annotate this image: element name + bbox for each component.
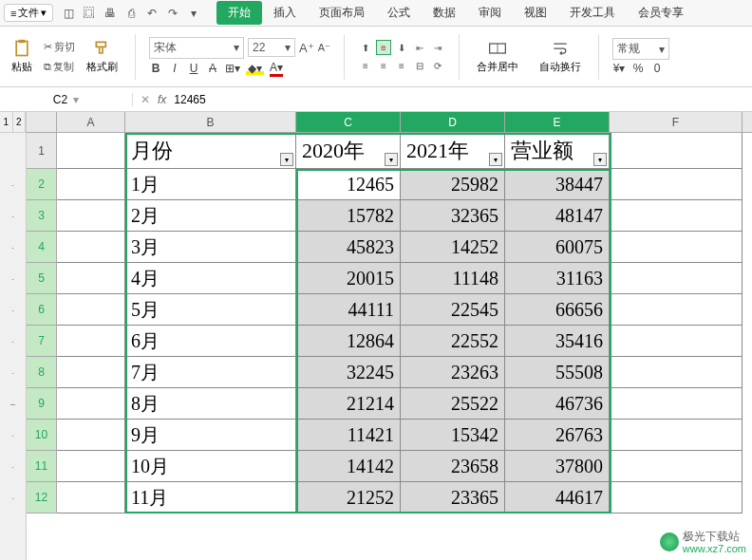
cell-2021[interactable]: 11148 — [401, 263, 505, 294]
cell[interactable] — [610, 133, 743, 169]
cell-2021[interactable]: 15342 — [401, 420, 505, 451]
cell-2020[interactable]: 20015 — [296, 263, 401, 294]
cell-2020[interactable]: 15782 — [296, 200, 401, 232]
file-menu[interactable]: ≡ 文件 ▾ — [4, 4, 53, 22]
cell-2021[interactable]: 14252 — [401, 232, 505, 263]
outline-dot[interactable]: · — [0, 326, 26, 357]
cell[interactable] — [57, 200, 125, 232]
align-middle-icon[interactable]: ≡ — [376, 40, 391, 55]
bold-button[interactable]: B — [149, 62, 162, 75]
cell-2020[interactable]: 44111 — [296, 294, 401, 326]
cell-header-month[interactable]: 月份▾ — [125, 133, 296, 169]
cell-month[interactable]: 10月 — [125, 451, 296, 482]
filter-button[interactable]: ▾ — [489, 153, 502, 166]
col-header-D[interactable]: D — [401, 112, 505, 132]
new-icon[interactable]: ◫ — [61, 6, 76, 21]
row-header[interactable]: 3 — [27, 200, 57, 232]
paste-button[interactable]: 粘贴 — [8, 37, 36, 76]
row-header[interactable]: 6 — [27, 294, 57, 326]
outline-dot[interactable]: · — [0, 420, 26, 451]
cell[interactable] — [610, 294, 743, 326]
cell[interactable] — [610, 482, 743, 513]
cell[interactable] — [57, 420, 125, 451]
select-all-corner[interactable] — [27, 112, 57, 132]
cell-total[interactable]: 37800 — [505, 451, 610, 482]
align-top-icon[interactable]: ⬆ — [358, 40, 373, 55]
cell-2021[interactable]: 32365 — [401, 200, 505, 232]
chevron-down-icon[interactable]: ▾ — [186, 6, 201, 21]
auto-wrap-button[interactable]: 自动换行 — [536, 37, 585, 76]
outline-level-2[interactable]: 2 — [13, 112, 27, 132]
merge-center-button[interactable]: 合并居中 — [473, 37, 522, 76]
col-header-C[interactable]: C — [296, 112, 401, 132]
cell[interactable] — [610, 420, 743, 451]
save-icon[interactable]: 🖶 — [103, 6, 118, 21]
tab-start[interactable]: 开始 — [216, 1, 262, 25]
filter-button[interactable]: ▾ — [385, 153, 398, 166]
indent-increase-icon[interactable]: ⇥ — [430, 40, 445, 55]
cell-total[interactable]: 31163 — [505, 263, 610, 294]
fx-icon[interactable]: fx — [158, 93, 166, 106]
tab-data[interactable]: 数据 — [422, 1, 467, 25]
col-header-A[interactable]: A — [57, 112, 125, 132]
cell-month[interactable]: 9月 — [125, 420, 296, 451]
outline-dot[interactable]: · — [0, 357, 26, 388]
cell-total[interactable]: 26763 — [505, 420, 610, 451]
outline-dot[interactable]: · — [0, 169, 26, 200]
comma-icon[interactable]: 0 — [650, 62, 664, 75]
cancel-icon[interactable]: ✕ — [141, 93, 150, 106]
percent-icon[interactable]: % — [631, 62, 645, 75]
cell-2020[interactable]: 11421 — [296, 420, 401, 451]
open-icon[interactable]: ⿴ — [82, 6, 97, 21]
cell-total[interactable]: 44617 — [505, 482, 610, 513]
cell-2021[interactable]: 22545 — [401, 294, 505, 326]
cell-total[interactable]: 66656 — [505, 294, 610, 326]
filter-button[interactable]: ▾ — [593, 153, 607, 166]
row-header[interactable]: 7 — [27, 326, 57, 357]
cell[interactable] — [57, 451, 125, 482]
cell[interactable] — [57, 294, 125, 326]
cell-2020[interactable]: 12864 — [296, 326, 401, 357]
copy-button[interactable]: ⧉ 复制 — [40, 58, 79, 76]
cell[interactable] — [610, 451, 743, 482]
cell[interactable] — [610, 357, 743, 388]
tab-member[interactable]: 会员专享 — [627, 1, 695, 25]
cell-2020[interactable]: 21252 — [296, 482, 401, 513]
cell-2020[interactable]: 14142 — [296, 451, 401, 482]
tab-layout[interactable]: 页面布局 — [308, 1, 376, 25]
cell[interactable] — [57, 263, 125, 294]
cell[interactable] — [57, 232, 125, 263]
indent-decrease-icon[interactable]: ⇤ — [412, 40, 427, 55]
fill-color-button[interactable]: ◆▾ — [246, 62, 264, 75]
col-header-E[interactable]: E — [505, 112, 610, 132]
decrease-font-icon[interactable]: A⁻ — [318, 42, 330, 54]
cell-month[interactable]: 6月 — [125, 326, 296, 357]
cell[interactable] — [57, 169, 125, 200]
orientation-icon[interactable]: ⟳ — [430, 58, 445, 73]
format-painter-button[interactable]: 格式刷 — [83, 37, 122, 76]
increase-font-icon[interactable]: A⁺ — [299, 41, 314, 55]
outline-dot[interactable]: · — [0, 482, 26, 513]
row-header[interactable]: 8 — [27, 357, 57, 388]
col-header-B[interactable]: B — [125, 112, 296, 132]
cell-month[interactable]: 1月 — [125, 169, 296, 200]
cell-header-2021[interactable]: 2021年▾ — [401, 133, 505, 169]
cell-2020[interactable]: 45823 — [296, 232, 401, 263]
cell-2021[interactable]: 23263 — [401, 357, 505, 388]
cell-month[interactable]: 2月 — [125, 200, 296, 232]
cell[interactable] — [57, 357, 125, 388]
row-header[interactable]: 4 — [27, 232, 57, 263]
cell[interactable] — [610, 388, 743, 420]
cell-2021[interactable]: 25522 — [401, 388, 505, 420]
outline-level-1[interactable]: 1 — [0, 112, 13, 132]
font-color-button[interactable]: A▾ — [270, 61, 283, 77]
cell-month[interactable]: 3月 — [125, 232, 296, 263]
cell[interactable] — [57, 482, 125, 513]
cell-month[interactable]: 11月 — [125, 482, 296, 513]
cell-total[interactable]: 46736 — [505, 388, 610, 420]
cell[interactable] — [57, 133, 125, 169]
tab-review[interactable]: 审阅 — [467, 1, 513, 25]
cell-2021[interactable]: 22552 — [401, 326, 505, 357]
outline-dot[interactable]: · — [0, 232, 26, 263]
strikethrough-button[interactable]: A — [206, 62, 219, 75]
